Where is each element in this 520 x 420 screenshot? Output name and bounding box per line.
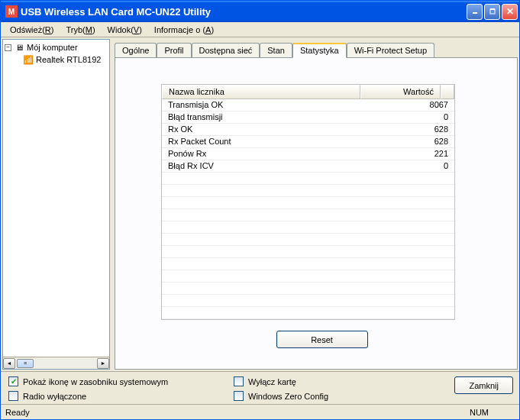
table-row-empty [162, 246, 454, 258]
table-row[interactable]: Błąd Rx ICV0 [162, 160, 454, 173]
tab-wps[interactable]: Wi-Fi Protect Setup [347, 43, 434, 57]
col-name[interactable]: Nazwa licznika [162, 85, 360, 99]
cell-value: 0 [360, 111, 454, 123]
scroll-thumb[interactable]: ≡ [17, 359, 34, 368]
table-row[interactable]: Ponów Rx221 [162, 148, 454, 160]
opt-radio-off[interactable]: Radio wyłączone [8, 391, 234, 401]
tree-pane: − 🖥 Mój komputer 📶 Realtek RTL8192 ◄ ≡ ► [2, 39, 110, 370]
col-value[interactable]: Wartość [360, 85, 441, 99]
bottom-options: ✔Pokaż ikonę w zasobniku systemowym Radi… [1, 371, 519, 404]
cell-value: 628 [360, 124, 454, 135]
table-row-empty [162, 234, 454, 246]
tree-adapter-label: Realtek RTL8192 [36, 55, 101, 64]
computer-icon: 🖥 [14, 42, 24, 53]
opt-wzc[interactable]: Windows Zero Config [234, 391, 402, 401]
minimize-button[interactable] [467, 4, 483, 20]
checkbox-icon[interactable] [8, 391, 18, 401]
table-row-empty [162, 173, 454, 185]
app-window: M USB Wireless LAN Card MC-UN22 Utility … [0, 0, 520, 420]
table-row[interactable]: Rx OK628 [162, 124, 454, 136]
table-row-empty [162, 258, 454, 270]
tab-statistics[interactable]: Statystyka [292, 43, 347, 58]
status-num: NUM [470, 408, 519, 417]
scroll-track[interactable]: ≡ [15, 358, 97, 369]
adapter-icon: 📶 [23, 54, 34, 65]
horizontal-scrollbar[interactable]: ◄ ≡ ► [3, 357, 109, 369]
tab-profile[interactable]: Profil [157, 43, 191, 57]
table-row-empty [162, 197, 454, 209]
cell-value: 0 [360, 160, 454, 172]
maximize-button[interactable] [484, 4, 500, 20]
body-area: − 🖥 Mój komputer 📶 Realtek RTL8192 ◄ ≡ ►… [1, 37, 519, 371]
cell-name: Rx OK [162, 124, 360, 135]
right-pane: Ogólne Profil Dostępna sieć Stan Statyst… [110, 37, 519, 371]
table-row-empty [162, 270, 454, 283]
table-row[interactable]: Błąd transmisji0 [162, 111, 454, 124]
opt-tray-icon[interactable]: ✔Pokaż ikonę w zasobniku systemowym [8, 376, 234, 386]
table-row-empty [162, 221, 454, 234]
tree-root-label: Mój komputer [27, 43, 78, 52]
tab-general[interactable]: Ogólne [115, 43, 157, 57]
cell-name: Błąd transmisji [162, 111, 360, 123]
table-row-empty [162, 283, 454, 295]
table-row-empty [162, 307, 454, 319]
table-row-empty [162, 185, 454, 197]
table-row-empty [162, 209, 454, 221]
app-icon: M [5, 5, 18, 18]
table-body: Transmisja OK8067Błąd transmisji0Rx OK62… [162, 99, 454, 319]
cell-value: 8067 [360, 99, 454, 111]
close-app-button[interactable]: Zamknij [454, 376, 513, 394]
tabs: Ogólne Profil Dostępna sieć Stan Statyst… [115, 41, 518, 57]
menu-mode[interactable]: Tryb(M) [60, 24, 101, 36]
statusbar: Ready NUM [1, 404, 519, 419]
menu-refresh[interactable]: Odśwież(R) [4, 24, 60, 36]
checkbox-icon[interactable] [234, 376, 244, 386]
checkbox-icon[interactable]: ✔ [8, 376, 18, 386]
tab-status[interactable]: Stan [260, 43, 292, 57]
opt-disable-card[interactable]: Wyłącz kartę [234, 376, 402, 386]
scroll-right-button[interactable]: ► [97, 358, 109, 369]
cell-value: 221 [360, 148, 454, 160]
window-title: USB Wireless LAN Card MC-UN22 Utility [21, 6, 467, 18]
scroll-left-button[interactable]: ◄ [3, 358, 15, 369]
menu-about[interactable]: Informacje o (A) [148, 24, 220, 36]
table-row[interactable]: Rx Packet Count628 [162, 136, 454, 148]
cell-value: 628 [360, 136, 454, 147]
status-text: Ready [1, 406, 34, 418]
reset-button[interactable]: Reset [276, 331, 368, 348]
menubar: Odśwież(R) Tryb(M) Widok(V) Informacje o… [1, 22, 519, 37]
tab-available-network[interactable]: Dostępna sieć [192, 43, 260, 57]
titlebar[interactable]: M USB Wireless LAN Card MC-UN22 Utility … [1, 1, 519, 22]
cell-name: Ponów Rx [162, 148, 360, 160]
cell-name: Rx Packet Count [162, 136, 360, 147]
table-row[interactable]: Transmisja OK8067 [162, 99, 454, 111]
table-row-empty [162, 295, 454, 307]
tree-adapter[interactable]: 📶 Realtek RTL8192 [5, 53, 108, 66]
close-button[interactable]: ✕ [502, 4, 518, 20]
checkbox-icon[interactable] [234, 391, 244, 401]
tab-panel-statistics: Nazwa licznika Wartość Transmisja OK8067… [115, 57, 518, 370]
cell-name: Transmisja OK [162, 99, 360, 111]
collapse-icon[interactable]: − [5, 44, 11, 51]
tree-root[interactable]: − 🖥 Mój komputer [5, 41, 108, 53]
menu-view[interactable]: Widok(V) [102, 24, 148, 36]
col-spacer [441, 85, 454, 99]
cell-name: Błąd Rx ICV [162, 160, 360, 172]
stats-table: Nazwa licznika Wartość Transmisja OK8067… [161, 84, 455, 320]
